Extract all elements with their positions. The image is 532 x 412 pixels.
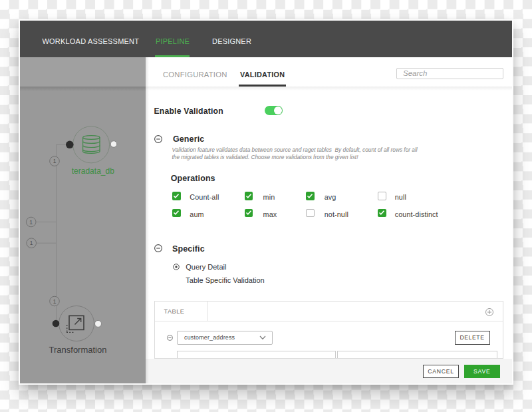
svg-text:1: 1: [29, 219, 33, 226]
svg-text:1: 1: [30, 240, 33, 246]
svg-text:1: 1: [53, 158, 57, 164]
svg-text:Transformation: Transformation: [49, 345, 107, 355]
svg-text:teradata_db: teradata_db: [72, 166, 114, 176]
svg-text:1: 1: [53, 298, 57, 305]
